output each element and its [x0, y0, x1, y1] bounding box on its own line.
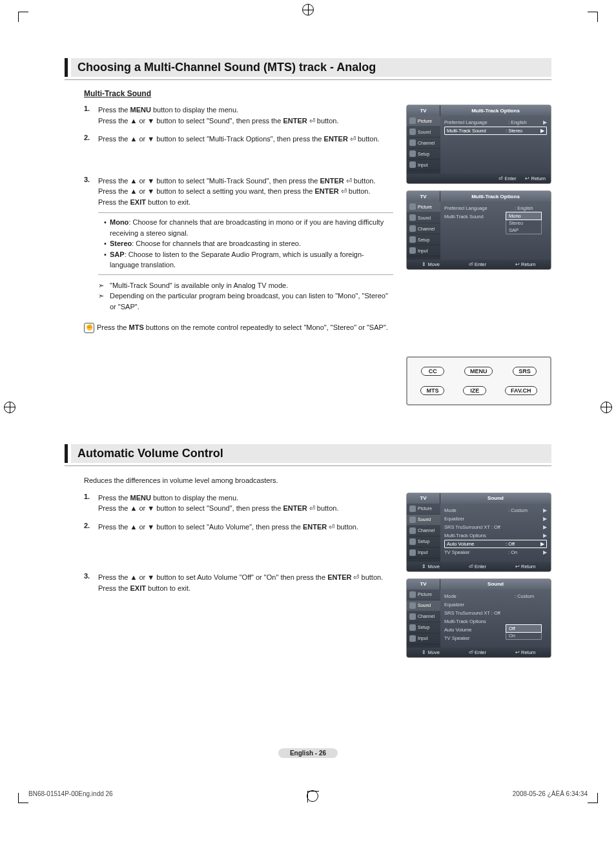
osd-side-input: Input	[407, 159, 440, 170]
option-stereo: Stereo: Choose for channels that are bro…	[110, 238, 391, 249]
osd-multitrack-sound-dropdown: TV Multi-Track Options Picture Sound Cha…	[406, 190, 551, 270]
osd-sound-menu: TV Sound Picture Sound Channel Setup Inp…	[406, 493, 551, 572]
osd-side-setup: Setup	[407, 148, 440, 159]
osd-footer-move: ⇕ Move	[422, 261, 439, 267]
subheading: Multi-Track Sound	[84, 89, 551, 98]
osd-title: Multi-Track Options	[440, 105, 551, 116]
step-text: Press the MENU button to display the men…	[98, 493, 393, 514]
osd-side-channel: Channel	[407, 138, 440, 148]
note-icon: ➣	[98, 280, 110, 291]
note-text: Depending on the particular program bein…	[110, 291, 393, 312]
osd-side-sound: Sound	[407, 127, 440, 138]
page-number: English - 26	[278, 748, 338, 758]
step-text: Press the ▲ or ▼ button to select "Auto …	[98, 522, 393, 533]
print-timestamp: 2008-05-26 ¿ÀÈÄ 6:34:34	[513, 790, 588, 802]
remote-menu-button: MENU	[464, 367, 493, 376]
remote-cc-button: CC	[421, 367, 444, 376]
remote-size-button: IZE	[463, 386, 486, 395]
remote-mts-button: MTS	[420, 386, 444, 395]
note-text: "Multi-Track Sound" is available only in…	[110, 280, 288, 291]
step-text: Press the ▲ or ▼ button to select "Multi…	[98, 177, 376, 185]
osd-side-picture: Picture	[407, 116, 440, 127]
step-number: 1.	[84, 105, 98, 126]
option-sap: SAP: Choose to listen to the Separate Au…	[110, 249, 391, 271]
option-mono: Mono: Choose for channels that are broad…	[110, 217, 391, 238]
print-file: BN68-01514P-00Eng.indd 26	[28, 790, 113, 802]
osd-dropdown-sap: SAP	[506, 227, 541, 234]
step-text: Press the EXIT button to exit.	[98, 198, 190, 206]
osd-footer-enter: ⏎ Enter	[498, 176, 516, 181]
step-text: Press the ▲ or ▼ button to select a sett…	[98, 187, 371, 195]
section-title: Automatic Volume Control	[65, 444, 551, 463]
step-text: Press the ▲ or ▼ button to select "Multi…	[98, 134, 393, 145]
osd-dropdown-stereo: Stereo	[506, 220, 541, 227]
osd-tv-tab: TV	[407, 105, 440, 116]
step-text: Press the EXIT button to exit.	[98, 584, 190, 592]
osd-multitrack-options: TV Multi-Track Options Picture Sound Cha…	[406, 105, 551, 184]
osd-dropdown: Off On	[506, 624, 542, 640]
remote-icon: ✊	[84, 323, 94, 333]
osd-dropdown-on: On	[506, 632, 541, 639]
step-text: Press the MENU button to display the men…	[98, 105, 393, 126]
remote-tip: Press the MTS buttons on the remote cont…	[97, 322, 388, 333]
step-number: 2.	[84, 134, 98, 145]
osd-row-selected: Auto Volume: Off▶	[444, 540, 547, 548]
osd-auto-volume-dropdown: TV Sound Picture Sound Channel Setup Inp…	[406, 578, 551, 658]
remote-favch-button: FAV.CH	[505, 386, 537, 395]
osd-row-selected: Multi-Track Sound: Stereo▶	[444, 127, 547, 135]
section-title-text: Automatic Volume Control	[71, 444, 551, 463]
osd-dropdown: Mono Stereo SAP	[506, 212, 542, 234]
section-title: Choosing a Multi-Channel Sound (MTS) tra…	[65, 58, 551, 77]
options-box: •Mono: Choose for channels that are broa…	[98, 212, 393, 275]
section-title-text: Choosing a Multi-Channel Sound (MTS) tra…	[71, 58, 551, 77]
remote-diagram: CC MENU SRS MTS IZE FAV.CH	[406, 356, 551, 405]
osd-footer-return: ↩ Return	[525, 176, 546, 181]
section-intro: Reduces the differences in volume level …	[84, 475, 551, 486]
note-icon: ➣	[98, 291, 110, 312]
step-text: Press the ▲ or ▼ button to set Auto Volu…	[98, 573, 383, 581]
step-number: 3.	[84, 176, 98, 312]
remote-srs-button: SRS	[513, 367, 537, 376]
